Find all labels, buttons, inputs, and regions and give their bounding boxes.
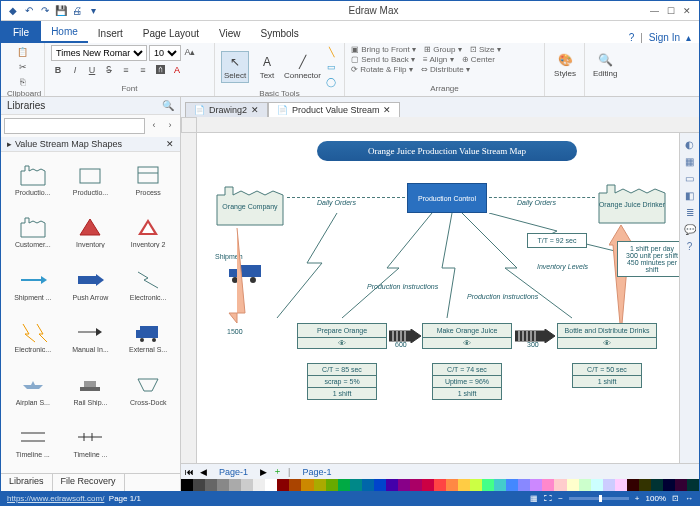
color-swatch[interactable] [193,479,205,491]
maximize-icon[interactable]: ☐ [667,6,675,16]
distribute-btn[interactable]: ⇔ Distribute ▾ [421,65,470,74]
color-swatch[interactable] [663,479,675,491]
color-swatch[interactable] [470,479,482,491]
tab-close-icon[interactable]: ✕ [383,105,391,115]
color-swatch[interactable] [314,479,326,491]
databox-3[interactable]: C/T = 50 sec1 shift [572,363,642,388]
shape-4[interactable]: Inventory [63,209,119,255]
fit-width-icon[interactable]: ↔ [685,494,693,503]
shape-5[interactable]: Inventory 2 [120,209,176,255]
lib-chevron-left-icon[interactable]: ‹ [147,118,161,132]
color-swatch[interactable] [542,479,554,491]
color-swatch[interactable] [277,479,289,491]
color-swatch[interactable] [639,479,651,491]
italic-icon[interactable]: I [68,63,82,77]
color-swatch[interactable] [579,479,591,491]
copy-icon[interactable]: ⎘ [16,75,30,89]
lib-search-input[interactable] [4,118,145,134]
tab-close-icon[interactable]: ✕ [251,105,259,115]
print-icon[interactable]: 🖨 [71,5,83,17]
panel-shadow-icon[interactable]: ◧ [683,188,697,202]
page-tab-1[interactable]: Page-1 [213,467,254,477]
color-swatch[interactable] [217,479,229,491]
font-name-select[interactable]: Times New Roman [51,45,147,61]
color-swatch[interactable] [518,479,530,491]
color-swatch[interactable] [265,479,277,491]
grow-font-icon[interactable]: A▴ [183,45,197,59]
color-swatch[interactable] [567,479,579,491]
shape-10[interactable]: Manual In... [63,314,119,360]
file-tab[interactable]: File [1,21,41,43]
zoom-out-icon[interactable]: − [558,494,563,503]
shape-8[interactable]: Electronic... [120,261,176,307]
shape-16[interactable]: Timeline ... [63,419,119,465]
side-tab-libraries[interactable]: Libraries [1,474,53,491]
group-btn[interactable]: ⊞ Group ▾ [424,45,462,54]
lib-close-icon[interactable]: ✕ [166,139,174,149]
rect-icon[interactable]: ▭ [324,60,338,74]
color-swatch[interactable] [241,479,253,491]
databox-1[interactable]: C/T = 85 secscrap = 5%1 shift [307,363,377,400]
text-tool[interactable]: AText [253,52,281,82]
panel-line-icon[interactable]: ▭ [683,171,697,185]
ellipse-icon[interactable]: ◯ [324,75,338,89]
shape-3[interactable]: Customer... [5,209,61,255]
color-swatch[interactable] [253,479,265,491]
shape-0[interactable]: Productio... [5,156,61,202]
line-icon[interactable]: ╲ [324,45,338,59]
page-next-icon[interactable]: ▶ [260,467,267,477]
font-size-select[interactable]: 10 [149,45,181,61]
qat-more-icon[interactable]: ▾ [87,5,99,17]
color-swatch[interactable] [386,479,398,491]
shape-9[interactable]: Electronic... [5,314,61,360]
doc-tab-2[interactable]: 📄 Product Value Stream ✕ [268,102,400,117]
tab-home[interactable]: Home [41,22,88,43]
color-swatch[interactable] [627,479,639,491]
shape-11[interactable]: External S... [120,314,176,360]
tab-symbols[interactable]: Symbols [251,24,309,43]
page-prev-icon[interactable]: ◀ [200,467,207,477]
color-swatch[interactable] [675,479,687,491]
color-swatch[interactable] [350,479,362,491]
color-swatch[interactable] [301,479,313,491]
paste-icon[interactable]: 📋 [16,45,30,59]
send-back-btn[interactable]: ▢ Send to Back ▾ [351,55,415,64]
close-icon[interactable]: ✕ [683,6,691,16]
color-swatch[interactable] [374,479,386,491]
production-control[interactable]: Production Control [407,183,487,213]
shape-14[interactable]: Cross-Dock [120,366,176,412]
styles-btn[interactable]: 🎨Styles [551,50,579,80]
bold-icon[interactable]: B [51,63,65,77]
redo-icon[interactable]: ↷ [39,5,51,17]
connector-tool[interactable]: ╱Connector [285,52,320,82]
color-swatch[interactable] [181,479,193,491]
color-swatch[interactable] [205,479,217,491]
color-swatch[interactable] [506,479,518,491]
shape-17[interactable] [120,419,176,465]
shape-12[interactable]: Airplan S... [5,366,61,412]
color-swatch[interactable] [494,479,506,491]
bring-front-btn[interactable]: ▣ Bring to Front ▾ [351,45,416,54]
color-swatch[interactable] [530,479,542,491]
shape-1[interactable]: Productio... [63,156,119,202]
color-swatch[interactable] [446,479,458,491]
process-3[interactable]: Bottle and Distribute Drinks👁 [557,323,657,349]
font-color-icon[interactable]: A [170,63,184,77]
panel-help-icon[interactable]: ? [683,239,697,253]
select-tool[interactable]: ↖Select [221,51,249,83]
drawing-canvas[interactable]: Orange Juice Production Value Stream Map… [197,133,679,463]
shape-7[interactable]: Push Arrow [63,261,119,307]
highlight-icon[interactable]: 🅰 [153,63,167,77]
color-swatch[interactable] [398,479,410,491]
lib-expand-icon[interactable]: ▸ [7,139,12,149]
color-swatch[interactable] [603,479,615,491]
view-normal-icon[interactable]: ▦ [530,494,538,503]
color-swatch[interactable] [458,479,470,491]
shape-13[interactable]: Rail Ship... [63,366,119,412]
rotate-btn[interactable]: ⟳ Rotate & Flip ▾ [351,65,413,74]
editing-btn[interactable]: 🔍Editing [591,50,619,80]
tab-view[interactable]: View [209,24,251,43]
help-icon[interactable]: ? [629,32,635,43]
align-btn[interactable]: ≡ Align ▾ [423,55,453,64]
lib-chevron-right-icon[interactable]: › [163,118,177,132]
